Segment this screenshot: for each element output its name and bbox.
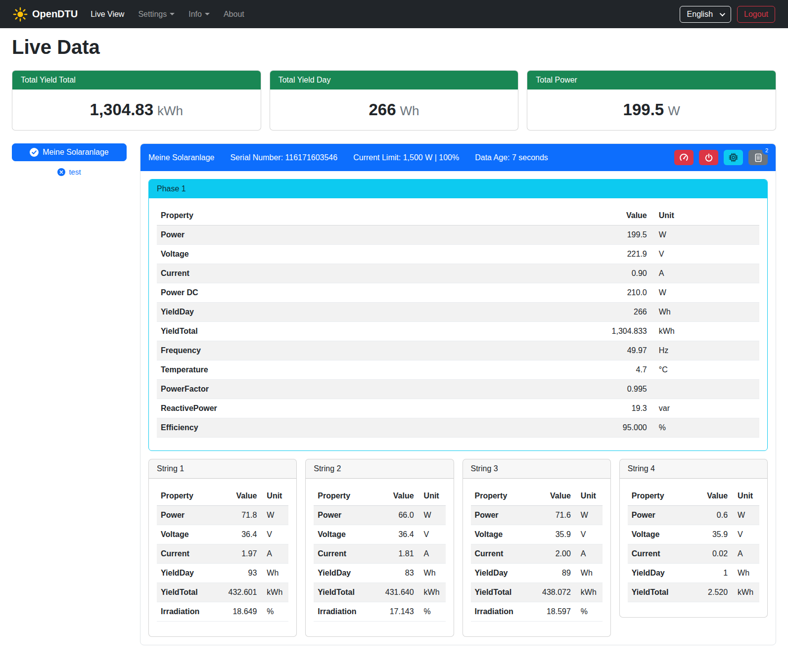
card-header: Total Power: [527, 71, 776, 90]
nav-live-view[interactable]: Live View: [91, 10, 124, 19]
table-row: YieldDay93Wh: [157, 564, 288, 583]
unit-cell: V: [575, 525, 603, 544]
property-cell: YieldTotal: [471, 583, 529, 602]
event-log-button[interactable]: 2: [748, 150, 768, 165]
value-cell: 19.3: [453, 399, 651, 418]
string-card-3: String 3 Property Value Unit Power71.6WV…: [463, 459, 611, 637]
x-circle-icon: [57, 168, 65, 176]
content-row: Meine Solaranlage test Meine Solaranlage…: [12, 143, 776, 645]
property-cell: PowerFactor: [157, 380, 453, 399]
value-cell: 18.597: [529, 602, 574, 622]
current-limit: Current Limit: 1,500 W | 100%: [353, 153, 459, 162]
col-value: Value: [529, 487, 574, 506]
table-header-row: Property Value Unit: [157, 206, 759, 225]
col-property: Property: [628, 487, 691, 506]
table-row: Power66.0W: [314, 506, 445, 525]
col-value: Value: [691, 487, 732, 506]
table-row: YieldDay1Wh: [628, 564, 759, 583]
table-row: Power0.6W: [628, 506, 759, 525]
col-property: Property: [314, 487, 372, 506]
property-cell: Frequency: [157, 341, 453, 360]
value-cell: 221.9: [453, 245, 651, 264]
value-cell: 1.81: [372, 544, 417, 564]
cpu-icon: [729, 153, 738, 162]
table-row: Frequency49.97Hz: [157, 341, 759, 360]
opendtu-sun-logo-icon: [13, 7, 28, 22]
string-title: String 3: [463, 459, 610, 479]
unit-cell: A: [261, 544, 288, 564]
value-cell: 36.4: [372, 525, 417, 544]
nav-right: English Logout: [680, 6, 775, 23]
table-row: Power199.5W: [157, 225, 759, 245]
property-cell: Irradiation: [157, 602, 215, 622]
card-value: 266: [369, 100, 396, 119]
summary-row: Total Yield Total 1,304.83kWh Total Yiel…: [12, 70, 776, 131]
page-title: Live Data: [12, 36, 776, 58]
unit-cell: W: [651, 225, 759, 245]
unit-cell: V: [261, 525, 288, 544]
table-row: Irradiation18.649%: [157, 602, 288, 622]
property-cell: YieldDay: [314, 564, 372, 583]
nav-settings[interactable]: Settings: [138, 10, 175, 19]
string-title: String 1: [149, 459, 296, 479]
value-cell: 0.6: [691, 506, 732, 525]
chevron-down-icon: [720, 10, 725, 16]
language-select[interactable]: English: [680, 6, 731, 23]
table-row: PowerFactor0.995: [157, 380, 759, 399]
value-cell: 18.649: [215, 602, 261, 622]
card-total-yield-total: Total Yield Total 1,304.83kWh: [12, 70, 261, 131]
property-cell: YieldTotal: [314, 583, 372, 602]
power-icon: [704, 153, 713, 162]
string-card-1: String 1 Property Value Unit Power71.8WV…: [148, 459, 297, 637]
col-value: Value: [453, 206, 651, 225]
unit-cell: kWh: [651, 322, 759, 341]
power-button[interactable]: [699, 150, 718, 165]
table-row: YieldDay83Wh: [314, 564, 445, 583]
string-title: String 2: [306, 459, 453, 479]
phase-card: Phase 1 Property Value Unit Power199.5WV…: [148, 179, 768, 451]
string-table: Property Value Unit Power71.8WVoltage36.…: [157, 487, 288, 622]
value-cell: 2.00: [529, 544, 574, 564]
property-cell: Irradiation: [471, 602, 529, 622]
limit-settings-button[interactable]: [674, 150, 694, 165]
value-cell: 1: [691, 564, 732, 583]
check-circle-icon: [30, 148, 39, 157]
journal-icon: [754, 153, 763, 162]
string-body: Property Value Unit Power71.8WVoltage36.…: [149, 479, 296, 636]
brand[interactable]: OpenDTU: [13, 7, 78, 22]
unit-cell: A: [575, 544, 603, 564]
value-cell: 431.640: [372, 583, 417, 602]
panel-actions: 2: [674, 150, 768, 165]
logout-button[interactable]: Logout: [737, 6, 775, 23]
string-body: Property Value Unit Power0.6WVoltage35.9…: [620, 479, 767, 617]
inverter-item-label: test: [69, 168, 81, 176]
table-row: Current1.97A: [157, 544, 288, 564]
value-cell: 2.520: [691, 583, 732, 602]
unit-cell: kWh: [732, 583, 759, 602]
unit-cell: kWh: [418, 583, 446, 602]
device-info-button[interactable]: [724, 150, 743, 165]
property-cell: Power DC: [157, 283, 453, 303]
table-row: YieldTotal431.640kWh: [314, 583, 445, 602]
unit-cell: Wh: [651, 303, 759, 322]
col-unit: Unit: [732, 487, 759, 506]
table-row: Current2.00A: [471, 544, 603, 564]
value-cell: 66.0: [372, 506, 417, 525]
value-cell: 438.072: [529, 583, 574, 602]
table-header-row: Property Value Unit: [628, 487, 759, 506]
inverter-select-button[interactable]: Meine Solaranlage: [12, 143, 127, 161]
property-cell: Voltage: [314, 525, 372, 544]
table-row: YieldDay89Wh: [471, 564, 603, 583]
unit-cell: A: [418, 544, 446, 564]
nav-about[interactable]: About: [224, 10, 244, 19]
table-row: YieldTotal432.601kWh: [157, 583, 288, 602]
table-row: YieldDay266Wh: [157, 303, 759, 322]
inverter-item-test[interactable]: test: [12, 168, 127, 176]
col-unit: Unit: [575, 487, 603, 506]
property-cell: Power: [628, 506, 691, 525]
value-cell: 93: [215, 564, 261, 583]
string-card-4: String 4 Property Value Unit Power0.6WVo…: [619, 459, 768, 618]
nav-info[interactable]: Info: [188, 10, 210, 19]
value-cell: 210.0: [453, 283, 651, 303]
card-body: 266Wh: [270, 90, 518, 130]
